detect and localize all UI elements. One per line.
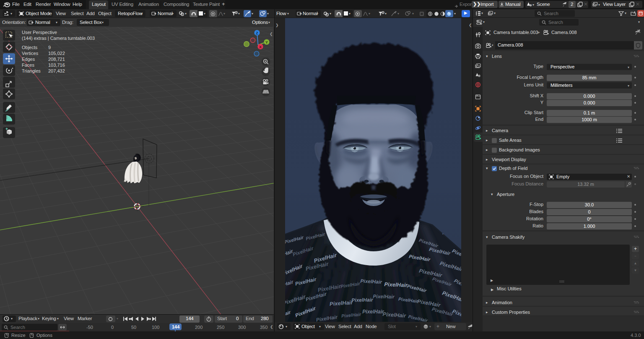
svg-text:Z: Z bbox=[256, 31, 258, 35]
svg-text:PixelHair: PixelHair bbox=[362, 309, 384, 315]
svg-text:PixelHair: PixelHair bbox=[373, 294, 395, 300]
svg-text:PixelHair: PixelHair bbox=[360, 278, 382, 285]
svg-text:Y: Y bbox=[265, 40, 268, 44]
svg-text:PixelHair: PixelHair bbox=[384, 281, 408, 288]
svg-text:X: X bbox=[259, 45, 262, 49]
svg-text:PixelHair: PixelHair bbox=[351, 297, 374, 303]
